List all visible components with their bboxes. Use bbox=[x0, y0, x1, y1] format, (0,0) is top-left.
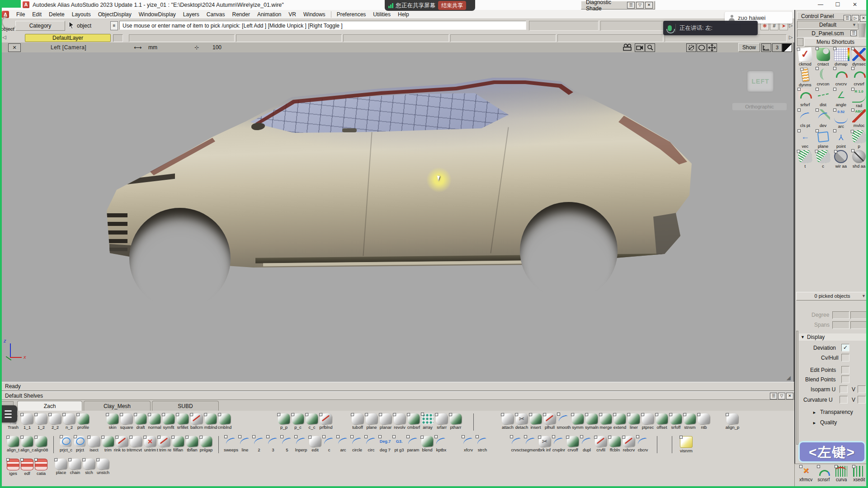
promptline-icon[interactable]: ≡ bbox=[110, 21, 118, 30]
control-panel-titlebar[interactable]: Control Panel ☰ ▷ ✕ bbox=[797, 12, 867, 20]
shelf-item-detach[interactable]: detach bbox=[515, 413, 528, 430]
viewport-close-icon[interactable]: ✕ bbox=[8, 43, 21, 52]
shelf-item-cmbsrf[interactable]: cmbsrf bbox=[407, 413, 420, 430]
menu-file[interactable]: File bbox=[13, 11, 28, 18]
minimize-button[interactable]: — bbox=[814, 1, 827, 9]
shelf-item-merge[interactable]: merge bbox=[599, 413, 613, 430]
palette-collapse-icon[interactable]: ▽ bbox=[636, 2, 644, 9]
shelf-item-align_c[interactable]: align_c bbox=[20, 435, 34, 452]
menu-vr[interactable]: VR bbox=[285, 11, 300, 18]
viewport-camera-label[interactable]: Left [Camera] bbox=[51, 44, 86, 51]
shelf-item-strch[interactable]: strch bbox=[476, 435, 489, 452]
shelf-item-insert[interactable]: insert bbox=[529, 413, 542, 430]
cp-shortcut-dynms[interactable]: dynms bbox=[796, 68, 814, 87]
shelf-item-pt-g3[interactable]: pt g3 bbox=[392, 435, 406, 452]
show-button[interactable]: Show bbox=[738, 43, 760, 52]
close-button[interactable]: ✕ bbox=[848, 1, 862, 9]
shelf-item-p_c[interactable]: p_c bbox=[291, 413, 305, 430]
shelf-item-trim[interactable]: trim bbox=[101, 435, 115, 452]
menu-windows[interactable]: Windows bbox=[300, 11, 329, 18]
shelf-item-symflt[interactable]: symflt bbox=[162, 413, 175, 430]
cp-shortcut-vec[interactable]: vec bbox=[796, 130, 814, 149]
shelves-titlebar[interactable]: Default Shelves ☰ ▽ ✕ bbox=[0, 391, 794, 400]
tab-subd[interactable]: SUBD bbox=[152, 401, 219, 411]
cp-shortcut-rad[interactable]: rad bbox=[850, 89, 868, 108]
shelf-item-tbflan[interactable]: tbflan bbox=[185, 435, 199, 452]
shelf-item-smooth[interactable]: smooth bbox=[557, 413, 571, 430]
quality-section[interactable]: Quality bbox=[812, 419, 837, 426]
shelf-item-p_p[interactable]: p_p bbox=[277, 413, 291, 430]
menu-preferences[interactable]: Preferences bbox=[333, 11, 370, 18]
shelf-item-align08[interactable]: align08 bbox=[34, 435, 48, 452]
deviation-checkbox[interactable]: ✓ bbox=[841, 344, 849, 352]
corner-tool-scnsrf[interactable]: scnsrf bbox=[816, 466, 831, 488]
layer-toggle[interactable] bbox=[113, 34, 123, 42]
shelf-item-srfarr[interactable]: srfarr bbox=[435, 413, 448, 430]
palette-close-icon[interactable]: ✕ bbox=[645, 2, 653, 9]
shelf-item-stch[interactable]: stch bbox=[82, 458, 96, 475]
cp-shortcut-c[interactable]: c bbox=[814, 150, 832, 169]
shelf-item-kptbx[interactable]: kptbx bbox=[434, 435, 448, 452]
cp-shortcut-cntact[interactable]: cntact bbox=[814, 48, 832, 66]
cp-shortcut-srfsrf[interactable]: srfsrf bbox=[796, 89, 814, 108]
shelf-item-prjct[interactable]: prjct bbox=[73, 435, 87, 452]
shelf-item-offset[interactable]: offset bbox=[655, 413, 669, 430]
maximize-button[interactable]: ☐ bbox=[831, 1, 844, 9]
tumble-icon[interactable] bbox=[686, 43, 696, 52]
menu-layouts[interactable]: Layouts bbox=[68, 11, 94, 18]
shelf-item-circle[interactable]: circle bbox=[350, 435, 364, 452]
menu-animation[interactable]: Animation bbox=[254, 11, 285, 18]
shelf-item-2[interactable]: 2 bbox=[252, 435, 266, 452]
shelf-item-deg-7[interactable]: deg 7 bbox=[378, 435, 392, 452]
pane-count-button[interactable]: 3 bbox=[772, 43, 782, 52]
shelf-item-circ[interactable]: circ bbox=[364, 435, 378, 452]
shelf-item-tuboff[interactable]: tuboff bbox=[351, 413, 364, 430]
display-section-header[interactable]: Display bbox=[799, 333, 867, 341]
camera-icon[interactable] bbox=[622, 43, 634, 52]
shelf-item-1_1[interactable]: 1_1 bbox=[20, 413, 34, 430]
menu-edit[interactable]: Edit bbox=[28, 11, 45, 18]
shelf-item-srfillet[interactable]: srfillet bbox=[176, 413, 189, 430]
lasso-circle-icon[interactable] bbox=[697, 43, 707, 52]
shelf-item-dupl[interactable]: dupl bbox=[580, 435, 594, 452]
shelf-item-arc[interactable]: arc bbox=[336, 435, 350, 452]
shelf-item-cbcrv[interactable]: cbcrv bbox=[636, 435, 650, 452]
viewport-canvas[interactable]: LEFT Orthographic z x ◢ bbox=[0, 52, 793, 382]
end-share-button[interactable]: 结束共享 bbox=[438, 1, 466, 10]
transparency-section[interactable]: Transparency bbox=[812, 409, 853, 415]
shelf-item-array[interactable]: array bbox=[421, 413, 434, 430]
shelf-item-lnperp[interactable]: lnperp bbox=[294, 435, 308, 452]
viewport[interactable]: ✕ Left [Camera] ⟷ mm ⊹ 100 Show 3 bbox=[0, 42, 794, 382]
shelf-item-param[interactable]: param bbox=[406, 435, 420, 452]
default-layer-button[interactable]: DefaultLayer bbox=[25, 34, 111, 42]
shelf-item-rink-to-tri[interactable]: rink to tri bbox=[115, 435, 129, 452]
ruler-icon[interactable] bbox=[761, 43, 771, 52]
shelf-item-edf[interactable]: edf bbox=[20, 458, 34, 476]
shelf-item-mtblnd[interactable]: mtblnd bbox=[204, 413, 217, 430]
corner-tool-curva[interactable]: curva bbox=[834, 466, 849, 488]
shelf-item-brk-inf[interactable]: brk inf bbox=[538, 435, 552, 452]
corner-tool-xfrmcv[interactable]: xfrmcv bbox=[798, 466, 813, 488]
cp-shortcut-crvcrv[interactable]: crvcrv bbox=[832, 68, 850, 87]
shelf-item-revolv[interactable]: revolv bbox=[393, 413, 406, 430]
tab-clay-mesh[interactable]: Clay_Mesh bbox=[84, 401, 151, 411]
cp-shortcut-p[interactable]: p bbox=[850, 130, 868, 149]
shelf-item-5[interactable]: 5 bbox=[280, 435, 294, 452]
shelf-item-isect[interactable]: isect bbox=[87, 435, 101, 452]
spans-field-u[interactable] bbox=[832, 321, 849, 329]
shelf-item-rebcrv[interactable]: rebcrv bbox=[622, 435, 636, 452]
shortcut-tab-strip[interactable] bbox=[797, 38, 803, 46]
shelf-item-cmblnd[interactable]: cmblnd bbox=[218, 413, 231, 430]
shelf-item-skin[interactable]: skin bbox=[106, 413, 119, 430]
shelf-item-place[interactable]: place bbox=[54, 458, 68, 475]
shelf-item-untrim[interactable]: untrim bbox=[143, 435, 157, 452]
shelf-item-symm[interactable]: symm bbox=[571, 413, 585, 430]
shelf-item-srfoff[interactable]: srfoff bbox=[669, 413, 683, 430]
shelf-item-ntb[interactable]: ntb bbox=[697, 413, 711, 430]
cp-shortcut-dvmap[interactable]: dvmap bbox=[832, 48, 850, 66]
cp-shortcut-ckmod[interactable]: ckmod bbox=[796, 48, 814, 66]
shelf-item-align_t[interactable]: align_t bbox=[6, 435, 20, 452]
corner-tool-xsedit[interactable]: xsedit bbox=[852, 466, 867, 488]
degree-field-u[interactable] bbox=[832, 311, 849, 319]
shelf-item-trmcvt[interactable]: trmcvt bbox=[129, 435, 143, 452]
